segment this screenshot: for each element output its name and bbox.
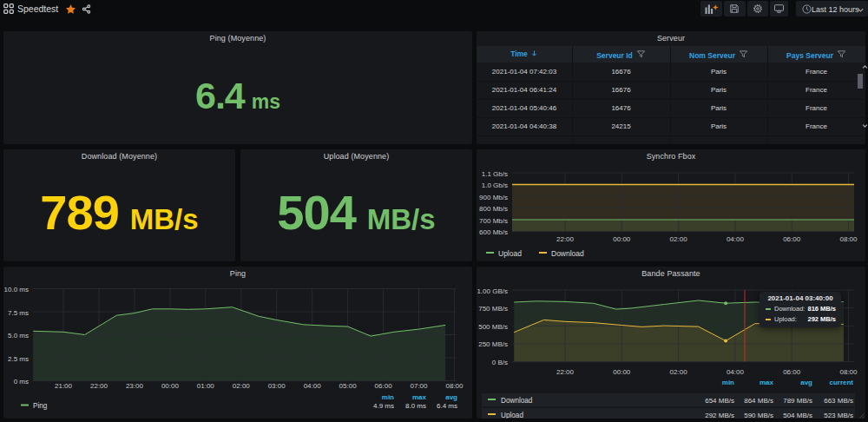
- svg-text:523 MB/s: 523 MB/s: [824, 412, 853, 419]
- svg-text:22:00: 22:00: [556, 235, 575, 243]
- svg-text:7.5 ms: 7.5 ms: [8, 309, 29, 317]
- svg-text:800 Mb/s: 800 Mb/s: [479, 205, 508, 213]
- svg-text:789 MB/s: 789 MB/s: [783, 397, 812, 405]
- svg-text:07:00: 07:00: [410, 382, 428, 390]
- svg-text:2.5 ms: 2.5 ms: [8, 355, 29, 363]
- svg-text:21:00: 21:00: [55, 382, 73, 390]
- svg-text:654 MB/s: 654 MB/s: [705, 397, 734, 405]
- svg-text:23:00: 23:00: [126, 382, 144, 390]
- svg-text:8.0 ms: 8.0 ms: [405, 402, 426, 410]
- svg-text:504 MB/s: 504 MB/s: [783, 412, 812, 419]
- svg-text:06:00: 06:00: [375, 382, 393, 390]
- svg-text:Upload: Upload: [501, 412, 523, 419]
- svg-text:5.0 ms: 5.0 ms: [8, 332, 29, 340]
- svg-text:max: max: [412, 393, 427, 401]
- svg-text:700 Mb/s: 700 Mb/s: [479, 217, 508, 225]
- svg-text:0 B/s: 0 B/s: [492, 359, 508, 366]
- svg-text:08:00: 08:00: [839, 368, 858, 376]
- svg-text:250 MB/s: 250 MB/s: [478, 340, 508, 348]
- svg-text:900 Mb/s: 900 Mb/s: [479, 194, 508, 201]
- svg-text:10.0 ms: 10.0 ms: [4, 286, 29, 293]
- svg-text:1.0 Gb/s: 1.0 Gb/s: [482, 181, 508, 189]
- svg-text:750 MB/s: 750 MB/s: [478, 305, 508, 313]
- svg-text:02:00: 02:00: [670, 368, 688, 376]
- svg-text:00:00: 00:00: [161, 382, 180, 390]
- svg-text:02:00: 02:00: [233, 382, 251, 390]
- svg-text:864 MB/s: 864 MB/s: [744, 397, 773, 405]
- svg-text:04:00: 04:00: [304, 382, 322, 390]
- svg-text:Download: Download: [551, 249, 584, 258]
- svg-text:663 MB/s: 663 MB/s: [824, 397, 853, 405]
- svg-text:00:00: 00:00: [613, 368, 631, 376]
- svg-text:02:00: 02:00: [670, 235, 688, 243]
- svg-text:00:00: 00:00: [613, 235, 631, 243]
- svg-text:04:00: 04:00: [727, 368, 745, 376]
- svg-text:max: max: [760, 379, 774, 386]
- svg-text:0 ms: 0 ms: [14, 378, 29, 386]
- svg-text:1.1 Gb/s: 1.1 Gb/s: [482, 170, 508, 178]
- svg-text:avg: avg: [800, 379, 812, 386]
- svg-text:600 Mb/s: 600 Mb/s: [479, 228, 508, 236]
- svg-text:4.9 ms: 4.9 ms: [373, 402, 394, 410]
- svg-text:22:00: 22:00: [90, 382, 108, 390]
- svg-text:06:00: 06:00: [783, 235, 801, 243]
- svg-text:08:00: 08:00: [445, 382, 464, 390]
- svg-text:590 MB/s: 590 MB/s: [744, 412, 773, 419]
- svg-text:min: min: [722, 379, 734, 386]
- svg-text:1.00 GB/s: 1.00 GB/s: [477, 287, 508, 295]
- svg-text:6.4 ms: 6.4 ms: [437, 402, 457, 410]
- svg-text:292 MB/s: 292 MB/s: [705, 412, 734, 419]
- svg-text:Ping: Ping: [33, 402, 48, 410]
- svg-text:Upload: Upload: [498, 249, 522, 258]
- svg-text:06:00: 06:00: [783, 368, 801, 376]
- svg-text:Download: Download: [501, 397, 533, 405]
- svg-text:500 MB/s: 500 MB/s: [478, 323, 508, 331]
- svg-text:03:00: 03:00: [268, 382, 286, 390]
- svg-text:min: min: [382, 393, 394, 401]
- svg-text:01:00: 01:00: [197, 382, 215, 390]
- svg-text:08:00: 08:00: [839, 235, 858, 243]
- svg-text:04:00: 04:00: [727, 235, 745, 243]
- svg-text:current: current: [829, 379, 853, 386]
- svg-text:avg: avg: [445, 393, 457, 401]
- svg-text:22:00: 22:00: [556, 368, 575, 376]
- svg-text:05:00: 05:00: [339, 382, 358, 390]
